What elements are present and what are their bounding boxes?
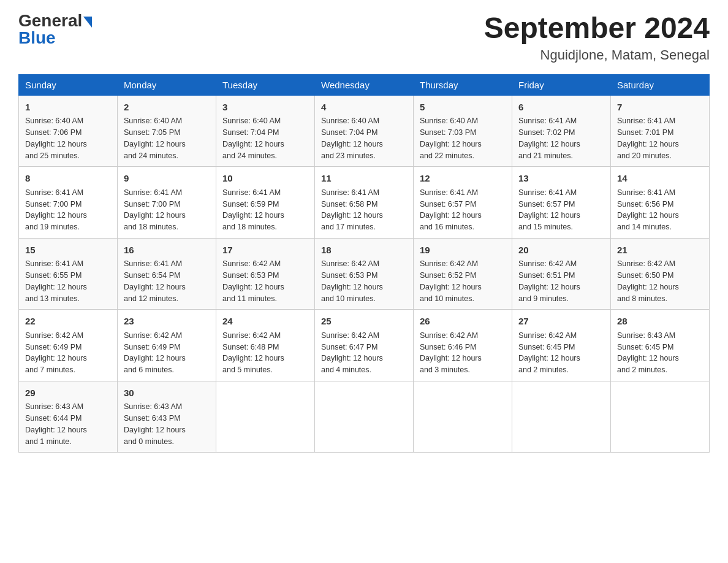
day-number: 12 (420, 172, 506, 186)
calendar-cell: 19Sunrise: 6:42 AMSunset: 6:52 PMDayligh… (414, 238, 512, 310)
calendar-cell: 12Sunrise: 6:41 AMSunset: 6:57 PMDayligh… (414, 167, 512, 239)
day-info: Sunrise: 6:42 AMSunset: 6:53 PMDaylight:… (222, 258, 308, 304)
day-number: 20 (518, 243, 604, 258)
calendar-cell: 7Sunrise: 6:41 AMSunset: 7:01 PMDaylight… (611, 95, 710, 167)
calendar-week-row: 1Sunrise: 6:40 AMSunset: 7:06 PMDaylight… (19, 95, 710, 167)
calendar-cell: 21Sunrise: 6:42 AMSunset: 6:50 PMDayligh… (611, 238, 710, 310)
day-number: 24 (222, 315, 308, 329)
day-info: Sunrise: 6:41 AMSunset: 6:57 PMDaylight:… (518, 187, 604, 233)
calendar-week-row: 15Sunrise: 6:41 AMSunset: 6:55 PMDayligh… (19, 238, 710, 310)
day-number: 9 (124, 172, 210, 186)
calendar-cell (216, 381, 315, 453)
day-info: Sunrise: 6:41 AMSunset: 6:58 PMDaylight:… (321, 187, 407, 233)
calendar-cell: 8Sunrise: 6:41 AMSunset: 7:00 PMDaylight… (19, 167, 118, 239)
day-number: 17 (222, 243, 308, 258)
day-info: Sunrise: 6:42 AMSunset: 6:52 PMDaylight:… (420, 258, 506, 304)
calendar-body: 1Sunrise: 6:40 AMSunset: 7:06 PMDaylight… (19, 95, 710, 453)
header-thursday: Thursday (414, 74, 512, 95)
header-sunday: Sunday (19, 74, 118, 95)
day-info: Sunrise: 6:42 AMSunset: 6:47 PMDaylight:… (321, 330, 407, 376)
calendar-cell: 3Sunrise: 6:40 AMSunset: 7:04 PMDaylight… (216, 95, 315, 167)
calendar-cell (315, 381, 414, 453)
calendar-table: SundayMondayTuesdayWednesdayThursdayFrid… (18, 74, 710, 453)
day-info: Sunrise: 6:42 AMSunset: 6:49 PMDaylight:… (25, 330, 111, 376)
page-header: General Blue September 2024 Nguidjlone, … (18, 12, 710, 63)
calendar-cell: 24Sunrise: 6:42 AMSunset: 6:48 PMDayligh… (216, 310, 315, 381)
day-number: 7 (617, 101, 703, 115)
calendar-week-row: 8Sunrise: 6:41 AMSunset: 7:00 PMDaylight… (19, 167, 710, 239)
day-number: 2 (124, 101, 210, 115)
day-info: Sunrise: 6:42 AMSunset: 6:51 PMDaylight:… (518, 258, 604, 304)
day-info: Sunrise: 6:42 AMSunset: 6:53 PMDaylight:… (321, 258, 407, 304)
day-info: Sunrise: 6:40 AMSunset: 7:05 PMDaylight:… (124, 115, 210, 161)
day-number: 10 (222, 172, 308, 186)
day-number: 3 (222, 101, 308, 115)
day-info: Sunrise: 6:40 AMSunset: 7:04 PMDaylight:… (321, 115, 407, 161)
day-number: 30 (124, 386, 210, 400)
logo-arrow-icon (83, 17, 92, 28)
day-number: 6 (518, 101, 604, 115)
day-number: 16 (124, 243, 210, 258)
calendar-cell: 30Sunrise: 6:43 AMSunset: 6:43 PMDayligh… (118, 381, 216, 453)
day-number: 26 (420, 315, 506, 329)
day-info: Sunrise: 6:41 AMSunset: 7:01 PMDaylight:… (617, 115, 703, 161)
header-friday: Friday (512, 74, 611, 95)
day-info: Sunrise: 6:41 AMSunset: 7:00 PMDaylight:… (124, 187, 210, 233)
day-number: 1 (25, 101, 111, 115)
day-number: 4 (321, 101, 407, 115)
calendar-cell: 22Sunrise: 6:42 AMSunset: 6:49 PMDayligh… (19, 310, 118, 381)
calendar-title: September 2024 (484, 12, 710, 45)
day-info: Sunrise: 6:41 AMSunset: 6:55 PMDaylight:… (25, 258, 111, 304)
calendar-cell: 6Sunrise: 6:41 AMSunset: 7:02 PMDaylight… (512, 95, 611, 167)
logo-general: General (18, 12, 82, 29)
day-info: Sunrise: 6:41 AMSunset: 6:54 PMDaylight:… (124, 258, 210, 304)
calendar-cell: 29Sunrise: 6:43 AMSunset: 6:44 PMDayligh… (19, 381, 118, 453)
day-info: Sunrise: 6:41 AMSunset: 6:59 PMDaylight:… (222, 187, 308, 233)
day-info: Sunrise: 6:41 AMSunset: 7:00 PMDaylight:… (25, 187, 111, 233)
day-info: Sunrise: 6:43 AMSunset: 6:45 PMDaylight:… (617, 330, 703, 376)
calendar-week-row: 29Sunrise: 6:43 AMSunset: 6:44 PMDayligh… (19, 381, 710, 453)
logo-blue: Blue (18, 29, 56, 47)
calendar-cell: 1Sunrise: 6:40 AMSunset: 7:06 PMDaylight… (19, 95, 118, 167)
day-info: Sunrise: 6:43 AMSunset: 6:44 PMDaylight:… (25, 401, 111, 447)
day-info: Sunrise: 6:41 AMSunset: 7:02 PMDaylight:… (518, 115, 604, 161)
calendar-cell (512, 381, 611, 453)
calendar-cell: 4Sunrise: 6:40 AMSunset: 7:04 PMDaylight… (315, 95, 414, 167)
day-info: Sunrise: 6:42 AMSunset: 6:45 PMDaylight:… (518, 330, 604, 376)
day-info: Sunrise: 6:42 AMSunset: 6:46 PMDaylight:… (420, 330, 506, 376)
calendar-cell: 9Sunrise: 6:41 AMSunset: 7:00 PMDaylight… (118, 167, 216, 239)
calendar-cell: 10Sunrise: 6:41 AMSunset: 6:59 PMDayligh… (216, 167, 315, 239)
header-wednesday: Wednesday (315, 74, 414, 95)
calendar-cell: 13Sunrise: 6:41 AMSunset: 6:57 PMDayligh… (512, 167, 611, 239)
title-block: September 2024 Nguidjlone, Matam, Senega… (484, 12, 710, 63)
calendar-cell: 11Sunrise: 6:41 AMSunset: 6:58 PMDayligh… (315, 167, 414, 239)
calendar-cell: 15Sunrise: 6:41 AMSunset: 6:55 PMDayligh… (19, 238, 118, 310)
day-number: 27 (518, 315, 604, 329)
day-number: 8 (25, 172, 111, 186)
day-number: 13 (518, 172, 604, 186)
day-number: 28 (617, 315, 703, 329)
day-number: 25 (321, 315, 407, 329)
day-info: Sunrise: 6:43 AMSunset: 6:43 PMDaylight:… (124, 401, 210, 447)
day-number: 29 (25, 386, 111, 400)
day-number: 5 (420, 101, 506, 115)
day-info: Sunrise: 6:41 AMSunset: 6:57 PMDaylight:… (420, 187, 506, 233)
day-info: Sunrise: 6:40 AMSunset: 7:04 PMDaylight:… (222, 115, 308, 161)
header-saturday: Saturday (611, 74, 710, 95)
day-number: 15 (25, 243, 111, 258)
day-info: Sunrise: 6:42 AMSunset: 6:49 PMDaylight:… (124, 330, 210, 376)
calendar-cell: 28Sunrise: 6:43 AMSunset: 6:45 PMDayligh… (611, 310, 710, 381)
calendar-cell: 16Sunrise: 6:41 AMSunset: 6:54 PMDayligh… (118, 238, 216, 310)
calendar-cell: 17Sunrise: 6:42 AMSunset: 6:53 PMDayligh… (216, 238, 315, 310)
calendar-cell (414, 381, 512, 453)
calendar-cell: 20Sunrise: 6:42 AMSunset: 6:51 PMDayligh… (512, 238, 611, 310)
header-monday: Monday (118, 74, 216, 95)
calendar-cell (611, 381, 710, 453)
day-number: 19 (420, 243, 506, 258)
logo: General Blue (18, 12, 92, 47)
calendar-cell: 5Sunrise: 6:40 AMSunset: 7:03 PMDaylight… (414, 95, 512, 167)
day-info: Sunrise: 6:41 AMSunset: 6:56 PMDaylight:… (617, 187, 703, 233)
day-number: 11 (321, 172, 407, 186)
day-number: 22 (25, 315, 111, 329)
calendar-cell: 14Sunrise: 6:41 AMSunset: 6:56 PMDayligh… (611, 167, 710, 239)
